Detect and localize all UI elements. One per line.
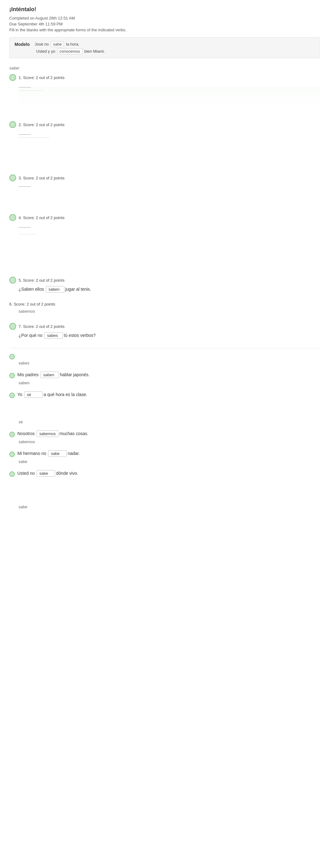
score-text-3: 3. Score: 2 out of 2 points (19, 176, 64, 180)
score-circle-2 (9, 121, 16, 128)
score-circle-3 (9, 175, 16, 181)
sub-question-b: Mis padres saben hablar japonés. saben (9, 372, 320, 385)
score-text-1: 1. Score: 2 out of 2 points (19, 75, 64, 80)
sub-circle-f (9, 471, 15, 477)
sub-circle-b (9, 373, 15, 378)
instructions: Fill in the blanks with the appropriate … (9, 28, 320, 32)
score-circle-4 (9, 214, 16, 221)
sentence-7: ¿Por qué no sabes tú estos verbos? (19, 332, 320, 339)
score-text-6: 6. Score: 2 out of 2 points (9, 302, 55, 307)
sub-question-d: Nosotros sabemos muchas cosas. sabemos (9, 430, 320, 444)
question-4: 4. Score: 2 out of 2 points (9, 214, 320, 268)
score-circle-5 (9, 277, 16, 283)
score-text-5: 5. Score: 2 out of 2 points (19, 278, 64, 283)
question-5: 5. Score: 2 out of 2 points ¿Saben ellos… (9, 277, 320, 292)
question-6: 6. Score: 2 out of 2 points sabemos (9, 302, 320, 314)
sub-circle-c (9, 393, 15, 398)
answer-shown-f: sabe (19, 504, 320, 509)
answer-shown-a: sabes (19, 361, 320, 365)
score-text-2: 2. Score: 2 out of 2 points (19, 122, 64, 127)
score-text-4: 4. Score: 2 out of 2 points (19, 215, 64, 220)
modelo-label: Modelo (14, 42, 30, 47)
sub-question-c: Yo sé a qué hora es la clase. sé (9, 392, 320, 424)
question-2: 2. Score: 2 out of 2 points (9, 121, 320, 165)
answer-shown-e: sabe (19, 459, 320, 464)
modelo-sentence2: Usted y yo conocemos bien Miami. (36, 48, 105, 54)
answer-shown-c: sé (19, 420, 320, 424)
sub-circle-a (9, 354, 15, 360)
sub-question-e: Mi hermano no sabe nadar. sabe (9, 450, 320, 464)
score-text-7: 7. Score: 2 out of 2 points (19, 324, 64, 329)
question-3: 3. Score: 2 out of 2 points (9, 175, 320, 205)
question-1: 1. Score: 2 out of 2 points (9, 74, 320, 112)
sub-question-a: sabes (9, 354, 320, 365)
due-meta: Due September 4th 11:59 PM (9, 22, 320, 26)
answer-shown-d: sabemos (19, 439, 320, 444)
question-7: 7. Score: 2 out of 2 points ¿Por qué no … (9, 323, 320, 339)
answer-shown-b: saben (19, 380, 320, 385)
modelo-box: Modelo José no sabe la hora. Usted y yo … (9, 37, 320, 58)
section-label: saber (9, 66, 320, 70)
modelo-sentence1: José no sabe la hora. (35, 41, 79, 47)
score-circle-7 (9, 323, 16, 330)
sentence-5: ¿Saben ellos saben jugar al tenis. (19, 286, 320, 292)
sub-circle-e (9, 452, 15, 457)
score-circle-1 (9, 74, 16, 81)
sub-question-f: Usted no sabe dónde vivo. sabe (9, 470, 320, 509)
answer-shown-6: sabemos (19, 309, 320, 314)
sub-circle-d (9, 432, 15, 437)
page-title: ¡Inténtalo! (9, 6, 320, 13)
completed-meta: Completed on August 26th 12:51 AM (9, 16, 320, 21)
divider (9, 348, 320, 348)
